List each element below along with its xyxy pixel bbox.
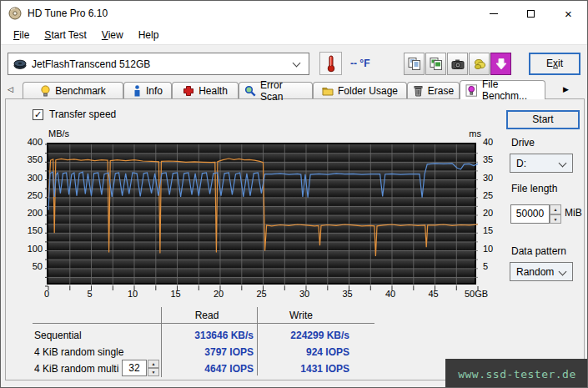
chart-plot-area bbox=[47, 143, 476, 285]
close-button[interactable]: × bbox=[550, 1, 587, 26]
table-divider bbox=[161, 307, 162, 377]
watermark-text: www.ssd-tester.de bbox=[458, 368, 576, 380]
error-scan-magnifier-icon bbox=[244, 85, 256, 97]
stepper-down-icon[interactable]: ▼ bbox=[550, 214, 561, 224]
x-axis-tick: 25 bbox=[241, 289, 283, 299]
menu-view[interactable]: View bbox=[94, 26, 131, 44]
copy-text-button[interactable] bbox=[404, 53, 425, 75]
exit-button[interactable]: Exit bbox=[529, 53, 580, 75]
benchmark-bulb-icon bbox=[40, 85, 51, 97]
minimize-icon bbox=[490, 13, 498, 14]
queue-depth-stepper[interactable]: ▲ ▼ bbox=[148, 360, 159, 376]
write-column-header: Write bbox=[259, 308, 343, 323]
random-single-write-value: 924 IOPS bbox=[264, 345, 349, 360]
row-label: 4 KiB random multi bbox=[34, 361, 118, 376]
x-axis-tick: 40 bbox=[369, 289, 411, 299]
chevron-down-icon bbox=[559, 159, 567, 168]
drive-select-value: JetFlashTranscend 512GB bbox=[32, 58, 150, 70]
trash-icon bbox=[413, 85, 424, 97]
x-axis-tick: 50GB bbox=[455, 289, 497, 299]
tab-folder-usage[interactable]: Folder Usage bbox=[313, 82, 407, 98]
maximize-button[interactable] bbox=[512, 1, 550, 26]
chevron-down-icon bbox=[293, 59, 301, 68]
tab-scroll-right-icon[interactable]: ▶ bbox=[563, 83, 569, 96]
stepper-up-icon[interactable]: ▲ bbox=[148, 360, 159, 368]
transfer-speed-checkbox[interactable]: ✓ bbox=[33, 109, 43, 120]
screenshot-button[interactable] bbox=[447, 53, 468, 75]
tab-label: Folder Usage bbox=[338, 85, 398, 97]
menu-bar: File Start Test View Help bbox=[1, 26, 587, 44]
toolbar: JetFlashTranscend 512GB -- °F bbox=[1, 44, 587, 80]
y-axis-left-tick: 200 bbox=[16, 208, 43, 218]
close-icon: × bbox=[565, 8, 572, 20]
sequential-write-value: 224299 KB/s bbox=[264, 328, 349, 343]
x-axis-tick: 5 bbox=[69, 289, 111, 299]
x-axis-tick: 10 bbox=[112, 289, 153, 299]
drive-label: Drive bbox=[511, 137, 535, 149]
y-axis-left-tick: 400 bbox=[16, 137, 43, 147]
y-axis-right-tick: 40 bbox=[483, 137, 493, 147]
tab-scroll-left-icon[interactable]: ◁ bbox=[8, 83, 13, 96]
temperature-button[interactable] bbox=[319, 52, 342, 75]
app-disk-icon bbox=[8, 7, 22, 20]
x-axis-tick: 45 bbox=[413, 289, 455, 299]
x-axis-tick: 0 bbox=[26, 289, 68, 299]
stepper-up-icon[interactable]: ▲ bbox=[550, 204, 561, 214]
y-axis-right-tick: 10 bbox=[483, 244, 493, 254]
y-axis-left-tick: 150 bbox=[16, 225, 43, 235]
x-axis-tick: 30 bbox=[284, 289, 325, 299]
stepper-down-icon[interactable]: ▼ bbox=[148, 368, 159, 376]
benchmark-chart: MB/s ms 40035030025020015010050403530252… bbox=[1, 124, 588, 301]
tab-info[interactable]: Info bbox=[123, 82, 172, 98]
drive-dropdown[interactable]: D: bbox=[510, 154, 573, 173]
chart-canvas bbox=[45, 144, 481, 291]
y-axis-left-tick: 300 bbox=[16, 173, 43, 183]
table-header-rule bbox=[33, 323, 374, 324]
tab-health[interactable]: Health bbox=[172, 82, 239, 98]
tab-label: Info bbox=[146, 85, 163, 97]
thermometer-icon bbox=[324, 54, 339, 73]
file-length-label: File length bbox=[511, 183, 557, 194]
file-length-stepper[interactable]: ▲ ▼ bbox=[550, 204, 561, 224]
minimize-button[interactable] bbox=[475, 1, 512, 26]
transfer-speed-option[interactable]: ✓ Transfer speed bbox=[33, 108, 116, 120]
folder-icon bbox=[322, 85, 334, 96]
app-window: HD Tune Pro 6.10 × File Start Test View … bbox=[0, 0, 588, 388]
menu-start-test[interactable]: Start Test bbox=[37, 26, 93, 44]
tab-label: Erase bbox=[428, 85, 454, 97]
x-axis-tick: 20 bbox=[198, 289, 239, 299]
file-length-unit: MiB bbox=[565, 207, 582, 219]
tab-bar: ◁ Benchmark Info Health bbox=[1, 80, 587, 99]
info-icon bbox=[133, 85, 142, 97]
menu-file[interactable]: File bbox=[6, 26, 37, 44]
copy-text-icon bbox=[407, 57, 422, 72]
save-results-button[interactable] bbox=[490, 53, 511, 75]
chevron-down-icon bbox=[559, 268, 567, 276]
drive-value: D: bbox=[516, 158, 526, 169]
y-axis-left-tick: 350 bbox=[16, 154, 43, 164]
tab-benchmark[interactable]: Benchmark bbox=[23, 82, 123, 98]
y-axis-right-tick: 15 bbox=[483, 225, 493, 235]
file-length-input[interactable]: 50000 bbox=[510, 204, 550, 224]
y-axis-right-tick: 30 bbox=[483, 173, 493, 183]
donate-button[interactable] bbox=[469, 53, 490, 75]
start-button[interactable]: Start bbox=[506, 110, 580, 129]
tab-file-benchmark[interactable]: File Benchm... bbox=[460, 80, 545, 99]
y-axis-left-tick: 100 bbox=[16, 244, 43, 254]
queue-depth-input[interactable]: 32 bbox=[122, 360, 147, 376]
tab-label: Benchmark bbox=[55, 85, 106, 97]
data-pattern-value: Random bbox=[516, 266, 554, 278]
x-axis-tick: 35 bbox=[327, 289, 369, 299]
tab-error-scan[interactable]: Error Scan bbox=[239, 82, 313, 98]
menu-help[interactable]: Help bbox=[131, 26, 167, 44]
data-pattern-dropdown[interactable]: Random bbox=[510, 262, 573, 281]
tab-erase[interactable]: Erase bbox=[407, 82, 460, 98]
save-download-icon bbox=[494, 57, 509, 72]
screenshot-icon bbox=[450, 57, 465, 72]
x-axis-tick: 15 bbox=[155, 289, 197, 299]
drive-select-dropdown[interactable]: JetFlashTranscend 512GB bbox=[8, 53, 309, 75]
transfer-speed-label: Transfer speed bbox=[49, 108, 116, 120]
copy-image-button[interactable] bbox=[425, 53, 446, 75]
random-single-read-value: 3797 IOPS bbox=[168, 345, 254, 360]
tab-label: Error Scan bbox=[260, 79, 307, 103]
